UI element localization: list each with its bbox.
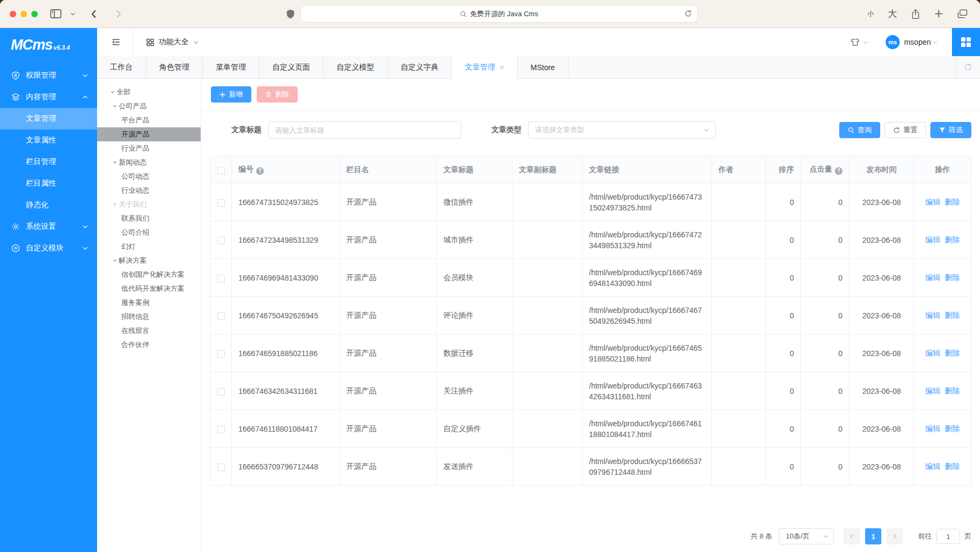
help-icon[interactable]: ? bbox=[835, 167, 842, 175]
edit-link[interactable]: 编辑 bbox=[926, 462, 941, 471]
tab-item[interactable]: 自定义页面 bbox=[259, 56, 324, 78]
tab-item[interactable]: 自定义模型 bbox=[324, 56, 388, 78]
edit-link[interactable]: 编辑 bbox=[926, 386, 941, 395]
text-smaller-button[interactable]: 小 bbox=[865, 6, 876, 22]
sidebar-item[interactable]: 内容管理 bbox=[0, 86, 97, 108]
tab-item[interactable]: 菜单管理 bbox=[203, 56, 259, 78]
user-menu[interactable]: ms msopen bbox=[886, 35, 938, 49]
tab-item[interactable]: 角色管理 bbox=[146, 56, 203, 78]
edit-link[interactable]: 编辑 bbox=[926, 197, 941, 206]
tree-node[interactable]: 公司产品 bbox=[97, 99, 201, 113]
edit-link[interactable]: 编辑 bbox=[926, 273, 941, 282]
row-checkbox[interactable] bbox=[217, 275, 225, 282]
sidebar-item[interactable]: 自定义模块 bbox=[0, 237, 97, 259]
share-icon[interactable] bbox=[908, 6, 923, 22]
row-checkbox[interactable] bbox=[217, 237, 225, 244]
tab-item[interactable]: 自定义字典 bbox=[388, 56, 452, 78]
sidebar-subitem[interactable]: 文章属性 bbox=[0, 130, 97, 151]
tree-node[interactable]: 新闻动态 bbox=[97, 155, 201, 169]
tree-node[interactable]: 合作伙伴 bbox=[97, 338, 201, 352]
browser-sidebar-icon[interactable] bbox=[47, 6, 64, 22]
tree-node[interactable]: 公司动态 bbox=[97, 169, 201, 183]
row-checkbox[interactable] bbox=[217, 199, 225, 207]
new-tab-icon[interactable] bbox=[931, 6, 946, 22]
zoom-window-button[interactable] bbox=[31, 11, 38, 17]
delete-link[interactable]: 删除 bbox=[945, 235, 960, 244]
delete-link[interactable]: 删除 bbox=[945, 197, 960, 206]
tree-node[interactable]: 幻灯 bbox=[97, 240, 201, 254]
article-title-input[interactable] bbox=[268, 121, 461, 139]
app-launcher-button[interactable] bbox=[952, 28, 980, 56]
row-checkbox[interactable] bbox=[217, 350, 225, 358]
delete-link[interactable]: 删除 bbox=[945, 349, 960, 357]
reload-icon[interactable] bbox=[684, 10, 692, 17]
sidebar-item[interactable]: 权限管理 bbox=[0, 65, 97, 86]
sidebar-subitem[interactable]: 栏目管理 bbox=[0, 151, 97, 173]
back-button[interactable] bbox=[86, 6, 102, 22]
text-larger-button[interactable]: 大 bbox=[885, 6, 900, 22]
tree-node[interactable]: 低代码开发解决方案 bbox=[97, 282, 201, 296]
row-checkbox[interactable] bbox=[217, 464, 225, 471]
sidebar-chevron-down-icon[interactable] bbox=[67, 6, 78, 22]
reset-button[interactable]: 重置 bbox=[885, 122, 926, 138]
tree-node[interactable]: 解决方案 bbox=[97, 254, 201, 268]
next-page-button[interactable] bbox=[887, 528, 903, 544]
close-icon[interactable]: × bbox=[499, 63, 504, 71]
tree-node[interactable]: 服务案例 bbox=[97, 296, 201, 310]
sidebar-subitem[interactable]: 静态化 bbox=[0, 194, 97, 216]
minimize-window-button[interactable] bbox=[20, 11, 27, 17]
select-all-checkbox[interactable] bbox=[217, 167, 225, 174]
forward-button[interactable] bbox=[111, 6, 127, 22]
row-checkbox[interactable] bbox=[217, 312, 225, 320]
query-button[interactable]: 查询 bbox=[839, 122, 880, 138]
collapse-menu-icon[interactable] bbox=[111, 37, 121, 47]
edit-link[interactable]: 编辑 bbox=[926, 311, 941, 319]
delete-link[interactable]: 删除 bbox=[945, 386, 960, 395]
tree-node[interactable]: 信创国产化解决方案 bbox=[97, 268, 201, 282]
chevron-up-icon bbox=[82, 94, 88, 100]
delete-button[interactable]: 删除 bbox=[257, 86, 298, 103]
delete-link[interactable]: 删除 bbox=[945, 273, 960, 282]
tab-active[interactable]: 文章管理× bbox=[452, 56, 518, 79]
row-checkbox[interactable] bbox=[217, 388, 225, 396]
current-page-button[interactable]: 1 bbox=[865, 528, 881, 544]
edit-link[interactable]: 编辑 bbox=[926, 349, 941, 357]
tree-node[interactable]: 行业产品 bbox=[97, 141, 201, 155]
tree-node[interactable]: 平台产品 bbox=[97, 113, 201, 127]
tree-node[interactable]: 行业动态 bbox=[97, 183, 201, 197]
delete-link[interactable]: 删除 bbox=[945, 462, 960, 471]
tree-node[interactable]: 开源产品 bbox=[97, 127, 201, 141]
tree-node[interactable]: 招聘信息 bbox=[97, 310, 201, 324]
function-menu[interactable]: 功能大全 bbox=[146, 37, 199, 47]
tree-node[interactable]: 公司介绍 bbox=[97, 226, 201, 240]
sidebar-subitem[interactable]: 文章管理 bbox=[0, 108, 97, 130]
delete-link[interactable]: 删除 bbox=[945, 424, 960, 433]
page-size-select[interactable]: 10条/页 bbox=[779, 528, 834, 544]
theme-switcher[interactable] bbox=[850, 37, 868, 47]
row-id: 1666746118801084417 bbox=[232, 410, 340, 448]
tab-item[interactable]: 工作台 bbox=[97, 56, 146, 78]
add-button[interactable]: 新增 bbox=[211, 86, 251, 103]
tree-node[interactable]: 在线留言 bbox=[97, 324, 201, 338]
prev-page-button[interactable] bbox=[844, 528, 860, 544]
sidebar-subitem[interactable]: 栏目属性 bbox=[0, 173, 97, 194]
edit-link[interactable]: 编辑 bbox=[926, 235, 941, 244]
tree-node[interactable]: 全部 bbox=[97, 85, 201, 99]
app-logo[interactable]: MCms v5.3.4 bbox=[0, 28, 97, 59]
privacy-shield-icon[interactable] bbox=[286, 9, 294, 19]
filter-button[interactable]: 筛选 bbox=[930, 122, 971, 138]
tab-overview-icon[interactable] bbox=[955, 6, 970, 22]
help-icon[interactable]: ? bbox=[256, 167, 264, 175]
tab-item[interactable]: MStore bbox=[518, 56, 568, 78]
delete-link[interactable]: 删除 bbox=[945, 311, 960, 319]
tree-node[interactable]: 联系我们 bbox=[97, 212, 201, 226]
article-type-select[interactable]: 请选择文章类型 bbox=[528, 121, 716, 139]
row-checkbox[interactable] bbox=[217, 426, 225, 433]
sidebar-item[interactable]: 系统设置 bbox=[0, 216, 97, 237]
refresh-tabs-button[interactable] bbox=[955, 56, 980, 78]
address-bar[interactable]: 免费开源的 Java Cms bbox=[301, 5, 697, 22]
close-window-button[interactable] bbox=[10, 11, 16, 17]
goto-page-input[interactable] bbox=[936, 529, 960, 544]
tree-node[interactable]: 关于我们 bbox=[97, 197, 201, 212]
edit-link[interactable]: 编辑 bbox=[926, 424, 941, 433]
